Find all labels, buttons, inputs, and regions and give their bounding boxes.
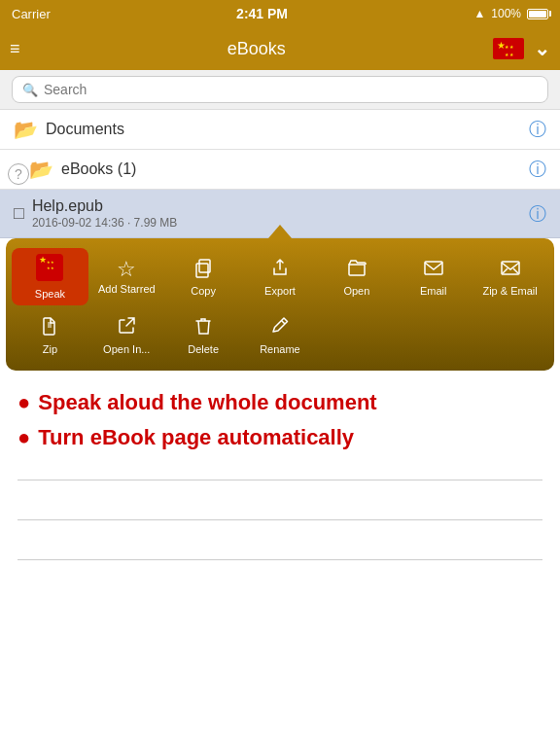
add-starred-icon: ☆ <box>117 259 136 280</box>
add-starred-label: Add Starred <box>98 283 156 295</box>
rename-label: Rename <box>260 343 300 355</box>
flag-china-icon[interactable] <box>493 38 524 59</box>
help-text-2: Turn eBook page automatically <box>38 425 354 450</box>
menu-item-rename[interactable]: Rename <box>242 309 319 361</box>
wifi-icon: ▲ <box>473 7 485 20</box>
battery-icon <box>527 9 548 19</box>
file-name: Help.epub <box>32 197 521 215</box>
rename-icon <box>269 315 291 340</box>
help-text-1: Speak aloud the whole document <box>38 390 376 415</box>
menu-item-export[interactable]: Export <box>242 248 319 305</box>
help-section: ● Speak aloud the whole document ● Turn … <box>0 371 560 470</box>
open-in-label: Open In... <box>103 343 150 355</box>
documents-folder-row[interactable]: 📂 Documents ⓘ <box>0 110 560 150</box>
export-label: Export <box>264 285 296 297</box>
email-icon <box>423 257 444 282</box>
svg-line-4 <box>503 268 508 273</box>
folder-icon: 📂 <box>14 118 38 141</box>
context-menu-grid: ★ ★★★★ Speak ☆ Add Starred Copy <box>12 248 548 305</box>
export-icon <box>269 257 291 282</box>
ebooks-info-icon[interactable]: ⓘ <box>529 158 546 181</box>
file-info-icon[interactable]: ⓘ <box>529 202 546 226</box>
search-bar: 🔍 <box>0 70 560 110</box>
menu-item-email[interactable]: Email <box>395 248 472 305</box>
carrier-text: Carrier <box>12 7 51 21</box>
bottom-lines <box>0 470 560 609</box>
svg-line-5 <box>513 268 518 273</box>
menu-item-zip-email[interactable]: Zip & Email <box>472 248 548 305</box>
open-label: Open <box>343 285 369 297</box>
menu-item-delete[interactable]: Delete <box>165 309 242 361</box>
nav-bar: ≡ eBooks ⌄ <box>0 27 560 70</box>
nav-right-buttons: ⌄ <box>493 37 550 60</box>
svg-rect-2 <box>425 262 442 274</box>
search-input[interactable] <box>44 82 538 97</box>
copy-label: Copy <box>191 285 216 297</box>
zip-email-icon <box>500 257 521 282</box>
menu-item-open[interactable]: Open <box>318 248 395 305</box>
copy-icon <box>192 257 214 282</box>
menu-item-zip[interactable]: Zip <box>12 309 88 361</box>
nav-title: eBooks <box>228 39 286 59</box>
delete-label: Delete <box>188 343 219 355</box>
status-right-icons: ▲ 100% <box>473 7 548 20</box>
search-input-wrap[interactable]: 🔍 <box>12 76 548 103</box>
menu-item-open-in[interactable]: Open In... <box>88 309 165 361</box>
bottom-line-1 <box>18 480 542 480</box>
time-display: 2:41 PM <box>236 6 288 21</box>
bottom-line-2 <box>18 519 542 520</box>
bullet-1: ● <box>18 392 30 413</box>
open-in-icon <box>116 315 137 340</box>
documents-info-icon[interactable]: ⓘ <box>529 118 546 141</box>
context-menu-row2: Zip Open In... Delete <box>12 309 548 361</box>
documents-label: Documents <box>46 121 521 138</box>
ebooks-folder-icon: 📂 <box>29 158 53 181</box>
help-line-2: ● Turn eBook page automatically <box>18 425 542 450</box>
email-label: Email <box>420 285 447 297</box>
speak-label: Speak <box>35 288 65 300</box>
menu-item-add-starred[interactable]: ☆ Add Starred <box>88 248 165 305</box>
menu-item-speak[interactable]: ★ ★★★★ Speak <box>12 248 88 305</box>
svg-rect-0 <box>196 264 208 277</box>
context-menu: ★ ★★★★ Speak ☆ Add Starred Copy <box>6 238 554 371</box>
file-epub-icon: □ <box>14 203 24 224</box>
zip-icon <box>39 315 60 340</box>
ebooks-folder-row[interactable]: 📂 eBooks (1) ⓘ <box>0 150 560 190</box>
zip-label: Zip <box>43 343 57 355</box>
speak-icon: ★ ★★★★ <box>36 254 63 285</box>
menu-item-copy[interactable]: Copy <box>165 248 242 305</box>
open-icon <box>346 257 368 282</box>
chevron-down-icon[interactable]: ⌄ <box>534 37 550 60</box>
search-icon: 🔍 <box>22 83 38 97</box>
file-browser: 📂 Documents ⓘ 📂 eBooks (1) ⓘ □ Help.epub… <box>0 110 560 238</box>
bottom-line-3 <box>18 559 542 560</box>
help-line-1: ● Speak aloud the whole document <box>18 390 542 415</box>
bullet-2: ● <box>18 427 30 448</box>
menu-icon[interactable]: ≡ <box>10 39 20 59</box>
ebooks-label: eBooks (1) <box>61 160 521 178</box>
status-bar: Carrier 2:41 PM ▲ 100% <box>0 0 560 27</box>
zip-email-label: Zip & Email <box>482 285 537 297</box>
battery-label: 100% <box>491 7 521 20</box>
help-question-icon[interactable]: ? <box>8 163 29 185</box>
delete-icon <box>192 315 214 340</box>
context-arrow <box>268 225 292 238</box>
